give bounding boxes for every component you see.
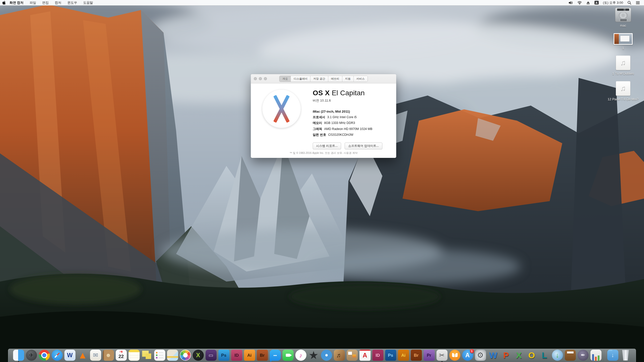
illustrator-cc-icon: Ai bbox=[398, 350, 409, 361]
eject-icon[interactable] bbox=[586, 1, 590, 5]
dock-internet-downloader[interactable]: ↓ bbox=[552, 350, 563, 362]
dock-downloads-folder[interactable]: ↓ bbox=[607, 350, 618, 362]
dock-w-browser[interactable]: W bbox=[64, 350, 75, 362]
outlook-icon: O bbox=[526, 350, 537, 361]
software-update-button[interactable]: 소프트웨어 업데이트... bbox=[345, 143, 382, 149]
tab-memory[interactable]: 메모리 bbox=[328, 76, 342, 82]
dock-photoshop-cc[interactable]: Ps bbox=[385, 350, 396, 362]
notification-center-icon[interactable] bbox=[636, 1, 640, 5]
apple-menu-icon[interactable] bbox=[2, 1, 6, 5]
dock-pages[interactable]: ✒ bbox=[578, 350, 589, 362]
menu-file[interactable]: 파일 bbox=[30, 1, 36, 5]
dock-outlook[interactable]: O bbox=[526, 350, 537, 362]
dock-premiere[interactable]: Pr bbox=[424, 350, 435, 362]
wifi-icon[interactable] bbox=[577, 1, 582, 5]
desktop-icon-audio-file-2[interactable]: ♫12 Parle-T-Il De Moi? bbox=[604, 81, 642, 101]
dock-calendar[interactable]: 222월 bbox=[116, 350, 127, 362]
dock-indesign-cc[interactable]: ID bbox=[372, 350, 383, 362]
dock-numbers[interactable] bbox=[590, 350, 601, 362]
dock-contacts[interactable]: ☻ bbox=[103, 350, 114, 362]
system-preferences-glyph: ⚙ bbox=[477, 351, 484, 359]
dock-acrobat-reader[interactable]: A bbox=[359, 350, 371, 362]
dock-bridge-cc[interactable]: Br bbox=[411, 350, 422, 362]
indesign-cs-glyph: ID bbox=[234, 353, 239, 357]
spotlight-search-icon[interactable] bbox=[627, 1, 631, 5]
tab-support[interactable]: 지원 bbox=[342, 76, 354, 82]
spec-value: C02G20KCDHJW bbox=[328, 133, 353, 137]
window-titlebar[interactable]: 개요디스플레이저장 공간메모리지원서비스 bbox=[251, 74, 396, 83]
spec-label: 일련 번호 bbox=[313, 133, 326, 137]
input-source-icon[interactable]: A bbox=[594, 1, 599, 5]
dock-messages[interactable]: ••• bbox=[270, 350, 281, 362]
dock-stickies[interactable] bbox=[141, 350, 152, 362]
tab-overview[interactable]: 개요 bbox=[279, 76, 291, 82]
menu-help[interactable]: 도움말 bbox=[83, 1, 93, 5]
dock-reminders[interactable] bbox=[154, 350, 165, 362]
dock-ibooks[interactable] bbox=[449, 350, 460, 362]
dock-illustrator-cc[interactable]: Ai bbox=[398, 350, 409, 362]
dock-lync[interactable]: L bbox=[539, 350, 550, 362]
dock-grab[interactable]: ✂ bbox=[436, 350, 448, 362]
dock-photos[interactable] bbox=[180, 350, 191, 362]
minimize-button[interactable] bbox=[259, 77, 262, 80]
finder-icon bbox=[13, 350, 24, 361]
dock-mail[interactable]: ✉ bbox=[90, 350, 101, 362]
close-button[interactable] bbox=[254, 77, 257, 80]
reminders-icon bbox=[154, 350, 165, 361]
system-report-button[interactable]: 시스템 리포트... bbox=[313, 143, 341, 149]
spec-value: 3.1 GHz Intel Core i5 bbox=[327, 115, 357, 119]
menu-clock[interactable]: (토) 오후 3:00 bbox=[603, 1, 623, 5]
desktop-icon-screenshot-file[interactable]: 1 bbox=[604, 33, 642, 50]
bridge-cc-icon: Br bbox=[411, 350, 422, 361]
tab-displays[interactable]: 디스플레이 bbox=[291, 76, 310, 82]
dock-app-store[interactable]: A1 bbox=[462, 350, 473, 362]
dock-safari[interactable] bbox=[52, 350, 63, 362]
dock-keynote[interactable] bbox=[565, 350, 576, 362]
dock-itunes[interactable]: ♪ bbox=[295, 350, 306, 362]
dock-word[interactable]: W bbox=[488, 350, 499, 362]
dock-chrome[interactable] bbox=[39, 350, 50, 362]
dock-excel[interactable]: X bbox=[513, 350, 525, 362]
menu-app[interactable]: 화면 캡처 bbox=[10, 1, 24, 5]
desktop-icon-mac-drive[interactable]: mac bbox=[604, 8, 642, 28]
dock-system-preferences[interactable]: ⚙ bbox=[475, 350, 486, 362]
calendar-icon: 222월 bbox=[116, 350, 127, 361]
indesign-cc-glyph: ID bbox=[376, 353, 380, 357]
dock-launchpad[interactable]: ✈ bbox=[26, 350, 37, 362]
tab-service[interactable]: 서비스 bbox=[354, 76, 368, 82]
downloads-folder-glyph: ↓ bbox=[611, 352, 614, 358]
dock-indesign-cs[interactable]: ID bbox=[231, 350, 242, 362]
zoom-button[interactable] bbox=[264, 77, 267, 80]
dock-quarkxpress[interactable]: X bbox=[193, 350, 204, 362]
menu-window[interactable]: 윈도우 bbox=[67, 1, 77, 5]
menu-edit[interactable]: 편집 bbox=[42, 1, 49, 5]
dock-maps[interactable] bbox=[167, 350, 178, 362]
dock-imovie[interactable]: ★ bbox=[308, 350, 319, 362]
osx-logo-icon bbox=[262, 90, 301, 128]
dock-iphoto-collage[interactable] bbox=[347, 350, 358, 362]
camera-icon bbox=[286, 354, 290, 357]
menu-capture[interactable]: 캡처 bbox=[55, 1, 61, 5]
dock-notes[interactable] bbox=[129, 350, 140, 362]
desktop-icon-audio-file-1[interactable]: ♫1 Tu M'Oublies bbox=[604, 56, 642, 76]
calendar-month-label: 2월 bbox=[116, 350, 127, 353]
tab-storage[interactable]: 저장 공간 bbox=[310, 76, 328, 82]
dock-finder[interactable] bbox=[13, 350, 24, 362]
pages-glyph: ✒ bbox=[581, 352, 585, 358]
dock-idvd[interactable] bbox=[321, 350, 332, 362]
volume-icon[interactable] bbox=[569, 1, 573, 5]
dock-photoshop-cs[interactable]: Ps bbox=[218, 350, 229, 362]
dock-bridge-cs[interactable]: Br bbox=[257, 350, 268, 362]
keynote-icon bbox=[565, 350, 576, 361]
photoshop-cc-icon: Ps bbox=[385, 350, 396, 361]
dock-vlc[interactable]: ▲ bbox=[77, 350, 88, 362]
dock-garageband[interactable]: ♬ bbox=[334, 350, 345, 362]
dock-facetime[interactable] bbox=[283, 350, 294, 362]
about-this-mac-window[interactable]: 개요디스플레이저장 공간메모리지원서비스 OS X El Capitan 버전 … bbox=[251, 74, 396, 158]
acrobat-reader-icon: A bbox=[359, 350, 371, 361]
music-note-icon: ♫ bbox=[620, 59, 626, 67]
dock-trash[interactable] bbox=[620, 350, 631, 362]
dock-toast[interactable]: ▭ bbox=[206, 350, 217, 362]
dock-powerpoint[interactable]: P bbox=[501, 350, 512, 362]
dock-illustrator-cs[interactable]: Ai bbox=[244, 350, 255, 362]
